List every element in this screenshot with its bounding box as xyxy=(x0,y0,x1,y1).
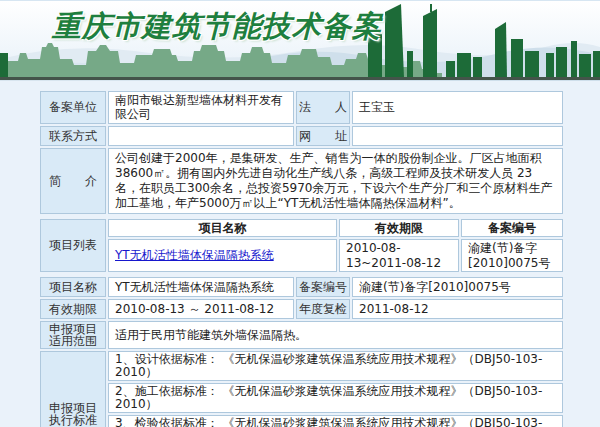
column-header-number: 备案编号 xyxy=(461,219,563,237)
standard-item: 1、设计依据标准： 《无机保温砂浆建筑保温系统应用技术规程》（DBJ50-103… xyxy=(108,351,563,381)
column-header-validity: 有效期限 xyxy=(339,219,459,237)
project-number-cell: 渝建(节)备字[2010]0075号 xyxy=(461,239,563,272)
table-row: 项目名称 YT无机活性墙体保温隔热系统 备案编号 渝建(节)备字[2010]00… xyxy=(40,277,563,297)
project-detail-table: 项目名称 YT无机活性墙体保温隔热系统 备案编号 渝建(节)备字[2010]00… xyxy=(40,277,563,427)
table-row: 有效期限 2010-08-13 ～ 2011-08-12 年度复检 2011-0… xyxy=(40,299,563,319)
recheck-value: 2011-08-12 xyxy=(352,299,563,319)
intro-value: 公司创建于2000年，是集研发、生产、销售为一体的股份制企业。厂区占地面积386… xyxy=(108,148,563,214)
column-header-name: 项目名称 xyxy=(108,219,337,237)
validity-value: 2010-08-13 ～ 2011-08-12 xyxy=(108,299,294,319)
table-row: 申报项目适用范围 适用于民用节能建筑外墙保温隔热。 xyxy=(40,321,563,349)
validity-label: 有效期限 xyxy=(40,299,106,319)
recheck-label: 年度复检 xyxy=(296,299,350,319)
project-name-label: 项目名称 xyxy=(40,277,106,297)
table-row: 备案单位 南阳市银达新型墙体材料开发有限公司 法 人 王宝玉 xyxy=(40,91,563,124)
legal-person-label: 法 人 xyxy=(296,91,350,124)
project-name-value: YT无机活性墙体保温隔热系统 xyxy=(108,277,294,297)
scope-value: 适用于民用节能建筑外墙保温隔热。 xyxy=(108,321,563,349)
standard-item: 3、检验依据标准： 《无机保温砂浆建筑保温系统应用技术规程》（DBJ50-103… xyxy=(108,415,563,427)
standard-item: 2、施工依据标准： 《无机保温砂浆建筑保温系统应用技术规程》（DBJ50-103… xyxy=(108,383,563,413)
page-banner: 重庆市建筑节能技术备案 xyxy=(0,0,600,80)
table-row: 简 介 公司创建于2000年，是集研发、生产、销售为一体的股份制企业。厂区占地面… xyxy=(40,148,563,214)
filing-number-value: 渝建(节)备字[2010]0075号 xyxy=(352,277,563,297)
main-content: 备案单位 南阳市银达新型墙体材料开发有限公司 法 人 王宝玉 联系方式 网 址 … xyxy=(0,80,600,427)
company-info-table: 备案单位 南阳市银达新型墙体材料开发有限公司 法 人 王宝玉 联系方式 网 址 … xyxy=(40,91,563,214)
filing-number-label: 备案编号 xyxy=(296,277,350,297)
intro-label: 简 介 xyxy=(40,148,106,214)
filing-unit-value: 南阳市银达新型墙体材料开发有限公司 xyxy=(108,91,294,124)
project-list-label: 项目列表 xyxy=(40,219,106,272)
project-list-group: 项目列表 项目名称 有效期限 备案编号 YT无机活性墙体保温隔热系统 2010-… xyxy=(40,219,563,272)
standards-label: 申报项目执行标准 xyxy=(40,351,106,427)
website-value xyxy=(352,126,563,146)
project-list-header-row: 项目名称 有效期限 备案编号 xyxy=(108,219,563,237)
project-list-data-row: YT无机活性墙体保温隔热系统 2010-08-13~2011-08-12 渝建(… xyxy=(108,239,563,272)
table-row: 申报项目执行标准 1、设计依据标准： 《无机保温砂浆建筑保温系统应用技术规程》（… xyxy=(40,351,563,427)
standards-group: 申报项目执行标准 1、设计依据标准： 《无机保温砂浆建筑保温系统应用技术规程》（… xyxy=(40,351,563,427)
filing-unit-label: 备案单位 xyxy=(40,91,106,124)
scope-label: 申报项目适用范围 xyxy=(40,321,106,349)
page-title: 重庆市建筑节能技术备案 xyxy=(52,7,382,47)
project-validity-cell: 2010-08-13~2011-08-12 xyxy=(339,239,459,272)
project-list-table: 项目列表 项目名称 有效期限 备案编号 YT无机活性墙体保温隔热系统 2010-… xyxy=(40,219,563,272)
contact-value xyxy=(108,126,294,146)
legal-person-value: 王宝玉 xyxy=(352,91,563,124)
contact-label: 联系方式 xyxy=(40,126,106,146)
project-link[interactable]: YT无机活性墙体保温隔热系统 xyxy=(115,248,274,262)
table-row: 联系方式 网 址 xyxy=(40,126,563,146)
project-name-cell: YT无机活性墙体保温隔热系统 xyxy=(108,239,337,272)
website-label: 网 址 xyxy=(296,126,350,146)
